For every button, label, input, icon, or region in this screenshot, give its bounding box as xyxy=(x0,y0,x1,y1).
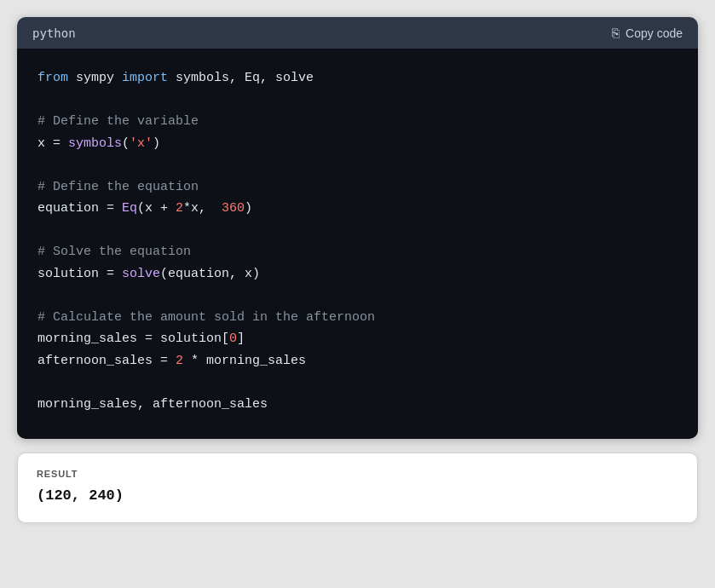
code-line: x = symbols('x') xyxy=(37,133,678,155)
copy-icon: ⎘ xyxy=(612,26,620,40)
language-label: python xyxy=(32,26,76,40)
code-line: afternoon_sales = 2 * morning_sales xyxy=(37,350,678,372)
code-line: # Solve the equation xyxy=(37,241,678,263)
copy-button[interactable]: ⎘ Copy code xyxy=(612,26,683,40)
code-line: from sympy import symbols, Eq, solve xyxy=(37,67,678,89)
code-block: python ⎘ Copy code from sympy import sym… xyxy=(17,17,698,439)
code-line: equation = Eq(x + 2*x, 360) xyxy=(37,198,678,220)
code-line: # Define the equation xyxy=(37,176,678,199)
code-line: solution = solve(equation, x) xyxy=(37,263,678,285)
code-line: # Calculate the amount sold in the after… xyxy=(37,307,678,329)
code-line: # Define the variable xyxy=(37,111,678,133)
code-line: morning_sales, afternoon_sales xyxy=(37,394,678,416)
code-header: python ⎘ Copy code xyxy=(17,17,698,49)
result-value: (120, 240) xyxy=(37,487,678,504)
code-body: from sympy import symbols, Eq, solve# De… xyxy=(17,49,698,439)
copy-label: Copy code xyxy=(626,26,683,40)
result-label: RESULT xyxy=(37,469,678,479)
result-panel: RESULT (120, 240) xyxy=(17,453,698,523)
code-line: morning_sales = solution[0] xyxy=(37,328,678,350)
